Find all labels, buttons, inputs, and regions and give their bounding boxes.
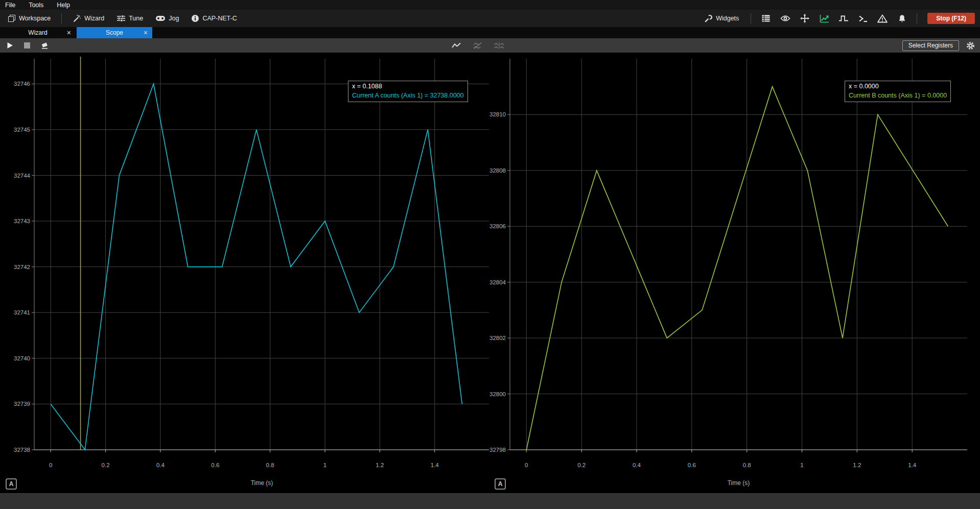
y-tick-label: 32738 — [14, 447, 30, 453]
widgets-label: Widgets — [716, 15, 739, 22]
autoscale-button[interactable]: A — [495, 478, 506, 490]
toolbar-separator — [751, 13, 751, 23]
stop-button[interactable]: Stop (F12) — [927, 13, 975, 24]
tune-button[interactable]: Tune — [112, 12, 148, 25]
menu-help[interactable]: Help — [57, 2, 70, 9]
line-view-icon — [451, 42, 461, 50]
y-tick-label: 32740 — [14, 355, 30, 361]
toolbar-separator — [917, 13, 917, 23]
eraser-icon — [40, 41, 49, 50]
x-tick-label: 0.6 — [688, 462, 696, 468]
warning-triangle-icon — [877, 14, 888, 23]
jog-label: Jog — [169, 15, 179, 22]
scope-settings-button[interactable] — [964, 39, 977, 52]
workspace-button[interactable]: Workspace — [3, 12, 55, 25]
toolbar-separator — [61, 13, 62, 23]
tooltip-series-value: Current A counts (Axis 1) = 32738.0000 — [352, 91, 464, 100]
faults-button[interactable] — [875, 12, 890, 25]
registers-table-button[interactable] — [758, 12, 774, 25]
close-icon[interactable]: × — [67, 29, 71, 36]
y-tick-label: 32739 — [14, 401, 30, 407]
table-icon — [761, 14, 771, 22]
stop-square-icon — [24, 42, 30, 49]
y-tick-label: 32802 — [489, 335, 506, 341]
info-icon — [191, 14, 199, 22]
y-tick-label: 32745 — [14, 127, 30, 133]
chart-current-b[interactable]: 3279832800328023280432806328083281000.20… — [489, 53, 980, 494]
notifications-button[interactable] — [894, 12, 909, 25]
multi-plot-view-button[interactable] — [493, 39, 506, 52]
x-tick-label: 0.6 — [211, 462, 219, 468]
scope-button-active[interactable] — [816, 12, 832, 25]
x-tick-label: 1.4 — [908, 462, 917, 468]
wizard-button[interactable]: Wizard — [68, 12, 109, 25]
scope-stop-button[interactable] — [20, 39, 34, 52]
y-tick-label: 32744 — [14, 173, 31, 179]
menu-file[interactable]: File — [5, 2, 15, 9]
watch-button[interactable] — [778, 12, 793, 25]
menu-tools[interactable]: Tools — [29, 2, 43, 9]
split-waves-icon — [473, 42, 483, 50]
gear-icon — [966, 41, 975, 50]
square-wave-icon — [838, 14, 849, 22]
y-tick-label: 32800 — [489, 391, 506, 397]
jog-button[interactable]: Jog — [151, 13, 183, 24]
split-plot-view-button[interactable] — [471, 39, 484, 52]
status-bar — [0, 493, 980, 509]
application-window: File Tools Help Workspace Wizard — [0, 0, 980, 509]
tune-sliders-icon — [116, 14, 126, 22]
y-tick-label: 32806 — [489, 223, 506, 229]
y-tick-label: 32804 — [489, 279, 506, 285]
y-tick-label: 32743 — [14, 218, 30, 224]
tab-scope[interactable]: Scope × — [77, 27, 152, 38]
y-tick-label: 32810 — [489, 111, 506, 117]
select-registers-button[interactable]: Select Registers — [902, 40, 959, 51]
y-tick-label: 32741 — [14, 309, 30, 316]
device-label: CAP-NET-C — [202, 15, 237, 22]
x-tick-label: 1 — [323, 462, 326, 468]
tab-label: Scope — [106, 29, 123, 36]
chart-tooltip: x = 0.1088 Current A counts (Axis 1) = 3… — [348, 81, 468, 102]
motion-button[interactable] — [797, 12, 812, 25]
signal-generator-button[interactable] — [836, 12, 851, 25]
chart-tooltip: x = 0.0000 Current B counts (Axis 1) = 0… — [845, 81, 951, 102]
chart-canvas[interactable]: 3273832739327403274132742327433274432745… — [0, 53, 489, 494]
widgets-button[interactable]: Widgets — [699, 12, 743, 25]
y-tick-label: 32742 — [14, 264, 30, 270]
x-axis-title: Time (s) — [728, 479, 750, 487]
x-tick-label: 0.4 — [633, 462, 641, 468]
y-tick-label: 32746 — [14, 81, 30, 87]
x-tick-label: 0 — [525, 462, 528, 468]
wizard-wand-icon — [73, 14, 81, 23]
device-button[interactable]: CAP-NET-C — [186, 12, 241, 25]
console-button[interactable] — [855, 12, 871, 25]
move-arrows-icon — [800, 14, 809, 23]
x-tick-label: 1.2 — [853, 462, 861, 468]
workspace-label: Workspace — [19, 15, 51, 22]
x-tick-label: 0.2 — [577, 462, 586, 468]
multi-waves-icon — [494, 42, 505, 50]
scope-play-button[interactable] — [3, 39, 16, 52]
main-toolbar: Workspace Wizard Tune Jog — [0, 10, 980, 27]
close-icon[interactable]: × — [144, 29, 148, 36]
series-line — [526, 87, 948, 450]
tab-wizard[interactable]: Wizard × — [0, 27, 76, 38]
scope-clear-button[interactable] — [38, 39, 51, 52]
chart-canvas[interactable]: 3279832800328023280432806328083281000.20… — [489, 53, 980, 494]
terminal-icon — [858, 15, 868, 22]
eye-icon — [780, 15, 790, 22]
autoscale-button[interactable]: A — [6, 478, 17, 490]
tab-label: Wizard — [28, 29, 47, 36]
x-tick-label: 0.4 — [156, 462, 165, 468]
x-tick-label: 1 — [800, 462, 803, 468]
tune-label: Tune — [129, 15, 143, 22]
chart-current-a[interactable]: 3273832739327403274132742327433274432745… — [0, 53, 489, 494]
x-axis-title: Time (s) — [251, 479, 273, 487]
y-tick-label: 32798 — [489, 447, 506, 453]
jog-gamepad-icon — [155, 15, 166, 22]
single-plot-view-button[interactable] — [450, 39, 463, 52]
play-icon — [7, 42, 13, 49]
x-tick-label: 1.4 — [431, 462, 439, 468]
x-tick-label: 0.8 — [266, 462, 274, 468]
x-tick-label: 0.2 — [102, 462, 110, 468]
